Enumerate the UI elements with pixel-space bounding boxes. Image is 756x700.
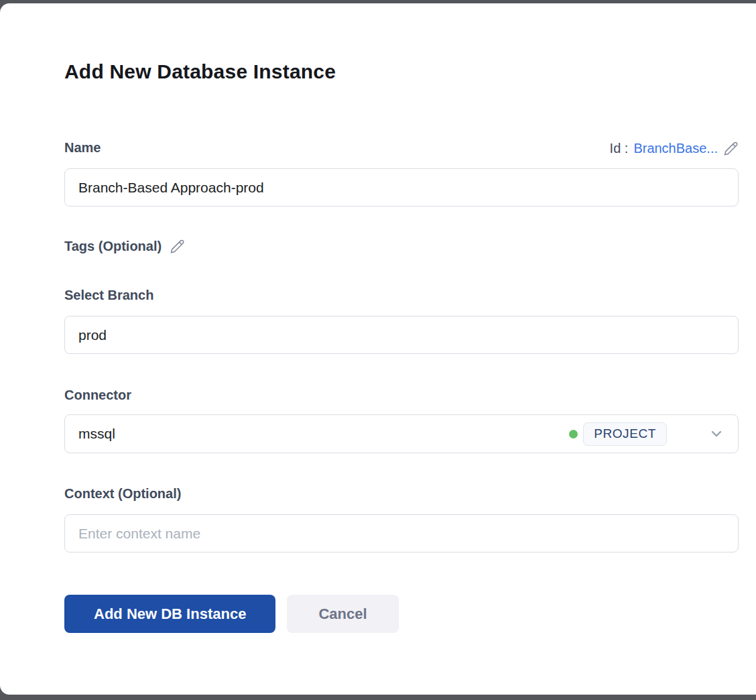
- connector-select[interactable]: mssql PROJECT: [64, 414, 739, 453]
- name-label-row: Name Id : BranchBase...: [64, 139, 739, 156]
- dialog-actions: Add New DB Instance Cancel: [64, 595, 739, 633]
- add-db-instance-button[interactable]: Add New DB Instance: [64, 595, 275, 633]
- branch-input[interactable]: [64, 316, 739, 354]
- cancel-button[interactable]: Cancel: [287, 595, 398, 633]
- name-label: Name: [64, 139, 101, 156]
- branch-label: Select Branch: [64, 286, 739, 304]
- dialog-content: Add New Database Instance Name Id : Bran…: [0, 3, 739, 633]
- dialog-title: Add New Database Instance: [64, 59, 739, 84]
- tags-label: Tags (Optional): [64, 237, 162, 255]
- connector-label: Connector: [64, 386, 739, 404]
- tags-row: Tags (Optional): [64, 237, 739, 255]
- edit-tags-icon[interactable]: [170, 239, 185, 254]
- connector-value: mssql: [78, 426, 115, 442]
- id-prefix-label: Id :: [610, 141, 629, 156]
- context-input[interactable]: [64, 514, 739, 552]
- add-db-instance-dialog: Add New Database Instance Name Id : Bran…: [0, 3, 756, 695]
- connector-scope-badge: PROJECT: [583, 422, 667, 446]
- instance-id-link[interactable]: BranchBase...: [633, 141, 718, 156]
- chevron-down-icon[interactable]: [708, 426, 724, 442]
- context-label: Context (Optional): [64, 485, 739, 502]
- connector-status-dot: [569, 430, 578, 439]
- edit-id-icon[interactable]: [723, 141, 739, 156]
- connector-select-right: PROJECT: [569, 422, 724, 446]
- name-input[interactable]: [64, 168, 739, 207]
- instance-id-group: Id : BranchBase...: [610, 141, 739, 156]
